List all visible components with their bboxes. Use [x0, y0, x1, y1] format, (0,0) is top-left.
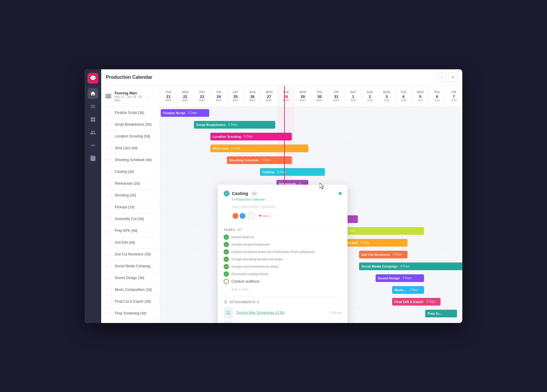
sidebar-item-list[interactable]	[88, 101, 98, 112]
row-labels-body: ⋮⋮Finalize Script (3d)⋮⋮Script Breakdown…	[101, 107, 160, 319]
day-month-0: MAY	[165, 99, 171, 102]
bar-days-14: · 3 Days	[401, 276, 412, 280]
drag-handle-17[interactable]: ⋮⋮	[105, 311, 113, 316]
drag-handle-1[interactable]: ⋮⋮	[105, 122, 113, 127]
add-task-input[interactable]: Add a task...	[224, 286, 342, 293]
row-label-3: ⋮⋮Shot Lists (6d)	[101, 142, 160, 154]
attachments-label: ATTACHMENTS	[230, 300, 256, 304]
grid-cell-16-12	[362, 296, 379, 307]
gantt-bar-0[interactable]: Finalize Script· 3 Days	[161, 109, 209, 117]
header: Production Calendar ··· ≡	[101, 69, 462, 86]
grid-cell-3-14	[395, 142, 412, 154]
drag-handle-8[interactable]: ⋮⋮	[105, 205, 113, 209]
gantt-bar-16[interactable]: Final Edit & Export· 3 Days	[392, 298, 440, 306]
drag-handle-7[interactable]: ⋮⋮	[105, 193, 113, 198]
grid-cell-12-17	[446, 249, 462, 260]
sidebar-item-board[interactable]	[88, 114, 98, 125]
sidebar-item-home[interactable]	[88, 88, 98, 99]
gantt-bar-5[interactable]: Casting· 3 Days	[260, 168, 325, 176]
gantt-bar-1[interactable]: Script Breakdowns· 5 Days	[194, 121, 275, 129]
grid-cell-7-12	[362, 190, 379, 201]
bar-label-0: Finalize Script	[163, 111, 185, 115]
grid-cell-9-12	[362, 213, 379, 225]
task-check-6[interactable]	[224, 279, 229, 284]
drag-handle-13[interactable]: ⋮⋮	[105, 264, 113, 268]
grid-cell-14-0	[160, 272, 177, 284]
gantt-bar-3[interactable]: Shot Lists· 6 Days	[210, 145, 308, 152]
row-label-15: ⋮⋮Music Composition (2d)	[101, 284, 160, 296]
gantt-bar-15[interactable]: Music...· 2 Days	[392, 286, 424, 294]
drag-handle-3[interactable]: ⋮⋮	[105, 146, 113, 150]
task-check-3[interactable]	[224, 257, 229, 262]
grid-cell-8-17	[446, 201, 462, 213]
drag-handle-14[interactable]: ⋮⋮	[105, 275, 113, 280]
view-toggle-button[interactable]: ≡	[448, 73, 458, 82]
task-check-4[interactable]	[224, 264, 229, 269]
task-check-1[interactable]	[224, 242, 229, 247]
task-check-0[interactable]	[224, 234, 229, 240]
task-check-5[interactable]	[224, 271, 229, 277]
row-label-text-14: Sound Design (3d)	[115, 276, 144, 280]
attachment-name-0[interactable]: Touring Man Screenplay v2.fdx	[236, 311, 327, 315]
grid-cell-10-2	[194, 225, 211, 237]
grid-cell-2-12	[362, 131, 379, 142]
drag-handle-5[interactable]: ⋮⋮	[105, 169, 113, 174]
grid-cell-4-13	[379, 154, 395, 166]
drag-handle-6[interactable]: ⋮⋮	[105, 181, 113, 186]
dots-menu-button[interactable]: ···	[436, 73, 446, 82]
day-name-8: WED	[299, 91, 306, 94]
gantt-bar-13[interactable]: Social Media Campaign· 8 Days	[359, 263, 462, 270]
project-dates: May 21 – Jun 18 · 30 days	[114, 95, 145, 102]
gantt-bar-17[interactable]: Prep Sc...	[425, 310, 457, 317]
day-month-9: MAY	[316, 99, 322, 102]
grid-cell-5-11	[345, 166, 362, 178]
row-label-14: ⋮⋮Sound Design (3d)	[101, 272, 160, 284]
grid-cell-15-12	[362, 284, 379, 296]
grid-cell-4-11	[345, 154, 362, 166]
task-check-2[interactable]	[224, 249, 229, 255]
day-header-16: THU6JUN	[429, 86, 446, 107]
project-drag-handle[interactable]: ⋮⋮	[147, 94, 156, 99]
popup-project-link[interactable]: Production Calendar	[235, 198, 265, 201]
gantt-bar-12[interactable]: 2nd Cut Revisions· 3 Days	[359, 251, 407, 258]
gantt-bar-4[interactable]: Shooting Schedule· 4 Days	[227, 156, 292, 164]
gantt-bar-2[interactable]: Location Scouting· 5 Days	[210, 133, 292, 140]
bar-label-1: Script Breakdowns	[196, 123, 226, 127]
bar-label-12: 2nd Cut Revisions	[361, 253, 390, 256]
grid-cell-5-3	[211, 166, 227, 178]
grid-cell-12-2	[194, 249, 211, 260]
grid-cell-6-13	[379, 178, 395, 189]
row-label-text-8: Pickups (1d)	[115, 205, 135, 209]
avatar-add[interactable]: +	[248, 212, 255, 219]
day-name-15: WED	[417, 91, 424, 94]
grid-cell-14-17	[446, 272, 462, 284]
app-logo[interactable]: 💬	[88, 73, 98, 83]
drag-handle-4[interactable]: ⋮⋮	[105, 158, 113, 162]
grid-row-3	[160, 142, 462, 154]
grid-cell-8-16	[429, 201, 446, 213]
drag-handle-11[interactable]: ⋮⋮	[105, 240, 113, 245]
drag-handle-0[interactable]: ⋮⋮	[105, 110, 113, 115]
day-header-11: SAT1JUN	[345, 86, 362, 107]
gantt-bar-11[interactable]: 2nd Edit· 4 Days	[343, 239, 407, 247]
drag-handle-2[interactable]: ⋮⋮	[105, 134, 113, 139]
day-name-11: SAT	[350, 91, 356, 94]
grid-cell-3-13	[379, 142, 395, 154]
sidebar-item-people[interactable]	[88, 127, 98, 138]
day-date-5: 26	[250, 94, 254, 99]
drag-handle-16[interactable]: ⋮⋮	[105, 299, 113, 304]
sidebar-item-vip[interactable]: VIP	[88, 140, 98, 151]
drag-handle-9[interactable]: ⋮⋮	[105, 216, 113, 221]
day-date-10: 31	[334, 94, 338, 99]
popup-title: Casting	[232, 191, 248, 196]
drag-handle-12[interactable]: ⋮⋮	[105, 252, 113, 257]
bar-days-15: · 2 Days	[407, 288, 418, 291]
drag-handle-10[interactable]: ⋮⋮	[105, 228, 113, 233]
day-name-9: THU	[317, 91, 323, 94]
drag-handle-15[interactable]: ⋮⋮	[105, 287, 113, 292]
grid-cell-5-14	[395, 166, 412, 178]
sidebar-item-book[interactable]	[88, 153, 98, 164]
gantt-bar-14[interactable]: Sound Design· 3 Days	[376, 274, 424, 282]
grid-cell-0-16	[429, 107, 446, 119]
grid-cell-6-12	[362, 178, 379, 189]
